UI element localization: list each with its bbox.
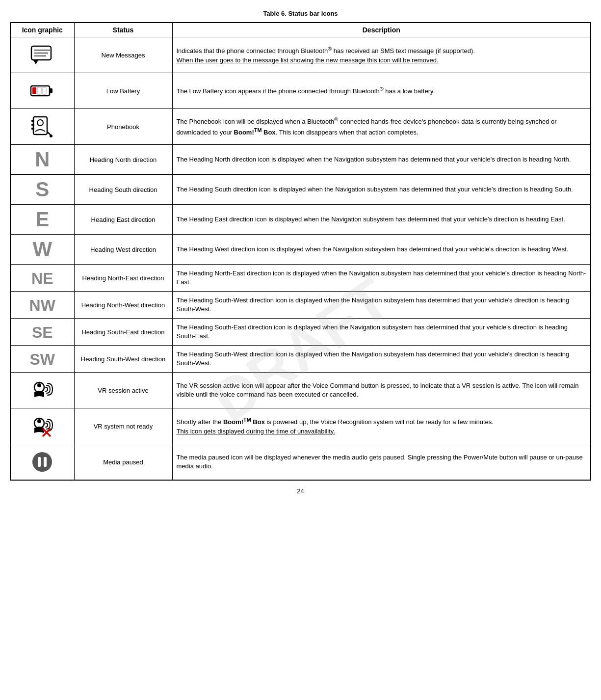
direction-icon: S	[35, 178, 49, 201]
icon-cell-6: W	[10, 235, 74, 265]
icon-cell-9: SE	[10, 319, 74, 346]
status-cell-7: Heading North-East direction	[74, 265, 172, 292]
status-cell-11: VR session active	[74, 373, 172, 408]
description-cell-11: The VR session active icon will appear a…	[172, 373, 591, 408]
svg-rect-9	[42, 87, 46, 94]
table-row: SHeading South directionThe Heading Sout…	[10, 175, 591, 205]
description-cell-6: The Heading West direction icon is displ…	[172, 235, 591, 265]
icon-cell-4: S	[10, 175, 74, 205]
page-number: 24	[10, 487, 591, 495]
svg-rect-12	[31, 124, 34, 126]
icon-cell-3: N	[10, 145, 74, 175]
media-paused-icon	[15, 447, 70, 477]
col-header-icon: Icon graphic	[10, 23, 74, 37]
svg-rect-8	[37, 87, 41, 94]
description-cell-4: The Heading South direction icon is disp…	[172, 175, 591, 205]
icon-cell-7: NE	[10, 265, 74, 292]
direction-icon: SE	[32, 323, 53, 341]
status-cell-2: Phonebook	[74, 109, 172, 145]
status-cell-13: Media paused	[74, 444, 172, 481]
table-row: Low BatteryThe Low Battery icon appears …	[10, 73, 591, 109]
direction-icon: E	[35, 208, 49, 231]
svg-rect-13	[31, 128, 34, 130]
table-row: SEHeading South-East directionThe Headin…	[10, 319, 591, 346]
status-cell-8: Heading North-West direction	[74, 292, 172, 319]
status-cell-1: Low Battery	[74, 73, 172, 109]
svg-point-14	[37, 120, 43, 126]
battery-icon	[15, 76, 70, 106]
icon-cell-13	[10, 444, 74, 481]
status-cell-4: Heading South direction	[74, 175, 172, 205]
status-cell-0: New Messages	[74, 37, 172, 73]
status-cell-9: Heading South-East direction	[74, 319, 172, 346]
svg-point-20	[37, 419, 41, 423]
status-cell-12: VR system not ready	[74, 408, 172, 444]
icon-cell-5: E	[10, 205, 74, 235]
description-cell-2: The Phonebook icon will be displayed whe…	[172, 109, 591, 145]
status-cell-3: Heading North direction	[74, 145, 172, 175]
description-cell-8: The Heading South-West direction icon is…	[172, 292, 591, 319]
icon-cell-1	[10, 73, 74, 109]
description-cell-1: The Low Battery icon appears if the phon…	[172, 73, 591, 109]
table-row: NWHeading North-West directionThe Headin…	[10, 292, 591, 319]
table-row: New MessagesIndicates that the phone con…	[10, 37, 591, 73]
direction-icon: N	[35, 148, 50, 171]
svg-point-16	[50, 135, 52, 137]
direction-icon: W	[32, 238, 52, 261]
table-row: EHeading East directionThe Heading East …	[10, 205, 591, 235]
svg-marker-4	[33, 60, 38, 64]
icon-cell-11	[10, 373, 74, 408]
description-cell-0: Indicates that the phone connected throu…	[172, 37, 591, 73]
status-cell-5: Heading East direction	[74, 205, 172, 235]
col-header-description: Description	[172, 23, 591, 37]
icon-cell-0	[10, 37, 74, 73]
direction-icon: SW	[29, 350, 55, 368]
svg-rect-11	[31, 120, 34, 122]
vr-not-ready-icon	[15, 411, 70, 441]
table-row: PhonebookThe Phonebook icon will be disp…	[10, 109, 591, 145]
svg-rect-24	[38, 457, 41, 467]
table-row: VR system not readyShortly after the Boo…	[10, 408, 591, 444]
table-row: NEHeading North-East directionThe Headin…	[10, 265, 591, 292]
table-row: SWHeading South-West directionThe Headin…	[10, 346, 591, 373]
svg-point-23	[32, 452, 52, 472]
icon-cell-12	[10, 408, 74, 444]
icon-cell-2	[10, 109, 74, 145]
description-cell-7: The Heading North-East direction icon is…	[172, 265, 591, 292]
page-title: Table 6. Status bar icons	[10, 10, 591, 17]
col-header-status: Status	[74, 23, 172, 37]
description-cell-12: Shortly after the Boom!TM Box is powered…	[172, 408, 591, 444]
icon-cell-10: SW	[10, 346, 74, 373]
svg-point-18	[37, 383, 41, 387]
icon-cell-8: NW	[10, 292, 74, 319]
direction-icon: NW	[29, 296, 55, 314]
svg-rect-7	[32, 87, 36, 94]
svg-rect-25	[44, 457, 47, 467]
phonebook-icon	[15, 112, 70, 141]
svg-rect-6	[50, 88, 52, 93]
description-cell-3: The Heading North direction icon is disp…	[172, 145, 591, 175]
message-icon	[15, 40, 70, 70]
table-row: NHeading North directionThe Heading Nort…	[10, 145, 591, 175]
table-row: VR session activeThe VR session active i…	[10, 373, 591, 408]
description-cell-10: The Heading South-West direction icon is…	[172, 346, 591, 373]
description-cell-13: The media paused icon will be displayed …	[172, 444, 591, 481]
table-row: Media pausedThe media paused icon will b…	[10, 444, 591, 481]
description-cell-5: The Heading East direction icon is displ…	[172, 205, 591, 235]
status-cell-6: Heading West direction	[74, 235, 172, 265]
description-cell-9: The Heading South-East direction icon is…	[172, 319, 591, 346]
direction-icon: NE	[31, 269, 53, 287]
status-cell-10: Heading South-West direction	[74, 346, 172, 373]
status-bar-icons-table: Icon graphic Status Description New Mess…	[10, 22, 591, 481]
table-row: WHeading West directionThe Heading West …	[10, 235, 591, 265]
vr-active-icon	[15, 376, 70, 405]
